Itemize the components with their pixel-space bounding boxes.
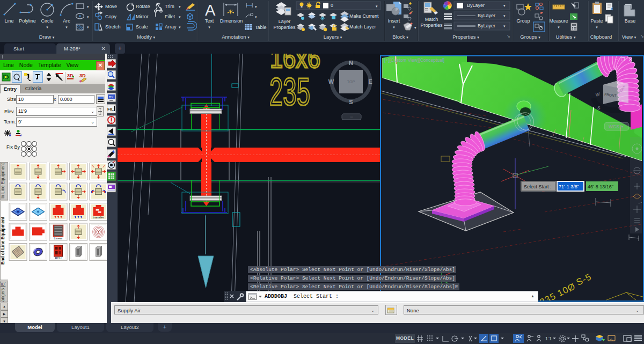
svg-text:S: S — [597, 105, 601, 111]
svg-text:▾: ▾ — [621, 125, 623, 128]
svg-text:71'-1 3/8": 71'-1 3/8" — [559, 184, 579, 189]
svg-text:1:1: 1:1 — [545, 336, 552, 341]
svg-text:▫▫: ▫▫ — [350, 115, 353, 119]
svg-text:BY: BY — [109, 96, 113, 99]
svg-text:46'-8 13/16": 46'-8 13/16" — [588, 184, 613, 189]
svg-text:235: 235 — [269, 70, 310, 113]
svg-text:N: N — [349, 60, 353, 66]
svg-text:S: S — [349, 99, 353, 105]
svg-text:3D: 3D — [67, 73, 74, 78]
svg-text:Select Start :: Select Start : — [524, 184, 552, 189]
svg-text:transfer: transfer — [93, 216, 104, 219]
svg-text:WCS: WCS — [609, 124, 619, 129]
svg-text:A: A — [205, 2, 216, 19]
svg-text:3D: 3D — [79, 73, 86, 78]
svg-text:W: W — [595, 91, 601, 97]
svg-text:FIL: FIL — [107, 107, 114, 112]
svg-text:W: W — [328, 78, 334, 85]
svg-text:RHU: RHU — [55, 257, 62, 260]
svg-text:E: E — [368, 78, 372, 85]
svg-text:TOP: TOP — [347, 80, 355, 84]
svg-text:Linear: Linear — [54, 237, 63, 240]
